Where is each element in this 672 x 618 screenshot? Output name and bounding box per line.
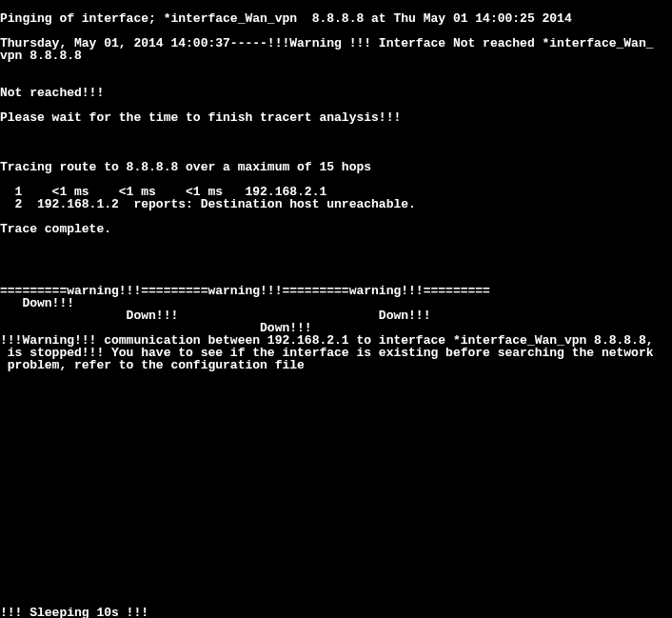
terminal-line: Trace complete.: [0, 223, 672, 235]
terminal-line: [0, 557, 672, 569]
terminal-line: [0, 520, 672, 532]
terminal-line: [0, 371, 672, 384]
terminal-line: [0, 446, 672, 458]
terminal-line: [0, 545, 672, 557]
terminal-line: [0, 508, 672, 520]
terminal-line: 2 192.168.1.2 reports: Destination host …: [0, 198, 672, 210]
terminal-line: [0, 396, 672, 409]
terminal-output: Pinging of interface; *interface_Wan_vpn…: [0, 0, 672, 618]
terminal-line: [0, 124, 672, 136]
terminal-line: [0, 433, 672, 446]
terminal-line: [0, 458, 672, 470]
terminal-line: [0, 136, 672, 149]
terminal-line: [0, 62, 672, 74]
terminal-line: !!! Sleeping 10s !!!: [0, 607, 672, 618]
terminal-line: [0, 260, 672, 272]
terminal-line: [0, 532, 672, 545]
terminal-line: [0, 248, 672, 260]
terminal-line: Tracing route to 8.8.8.8 over a maximum …: [0, 161, 672, 173]
terminal-line: Thursday, May 01, 2014 14:00:37-----!!!W…: [0, 37, 672, 62]
terminal-line: [0, 470, 672, 483]
terminal-line: [0, 421, 672, 433]
terminal-line: [0, 495, 672, 508]
terminal-line: [0, 483, 672, 495]
terminal-line: Not reached!!!: [0, 87, 672, 99]
terminal-line: [0, 569, 672, 582]
terminal-line: [0, 384, 672, 396]
terminal-line: [0, 235, 672, 248]
terminal-line: [0, 582, 672, 594]
terminal-line: Please wait for the time to finish trace…: [0, 111, 672, 124]
terminal-line: Pinging of interface; *interface_Wan_vpn…: [0, 12, 672, 25]
terminal-line: [0, 409, 672, 421]
terminal-line: =========warning!!!=========warning!!!==…: [0, 285, 672, 297]
terminal-line: !!!Warning!!! communication between 192.…: [0, 334, 672, 371]
